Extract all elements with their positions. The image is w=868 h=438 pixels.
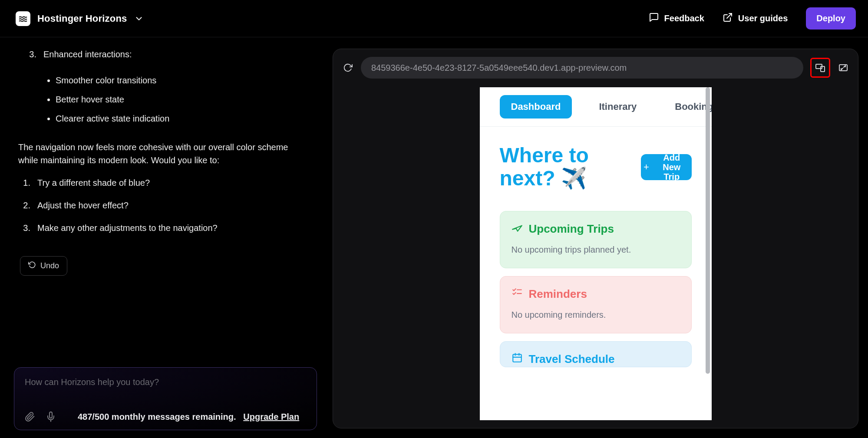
tab-itinerary[interactable]: Itinerary <box>587 95 648 119</box>
topbar-right: Feedback User guides Deploy <box>649 7 856 30</box>
add-trip-button[interactable]: + Add New Trip <box>641 154 691 180</box>
user-guides-button[interactable]: User guides <box>723 12 788 25</box>
tab-dashboard[interactable]: Dashboard <box>500 95 572 119</box>
chat-bubble-icon <box>649 12 659 25</box>
plus-icon: + <box>644 161 649 173</box>
card-header: Upcoming Trips <box>512 222 680 236</box>
card-header: Travel Schedule <box>512 352 680 366</box>
card-travel-schedule: Travel Schedule <box>500 341 692 367</box>
feedback-label: Feedback <box>664 13 704 23</box>
main: 3. Enhanced interactions: Smoother color… <box>0 37 868 438</box>
usage-count: 487/500 monthly messages remaining. <box>78 412 236 422</box>
upgrade-plan-link[interactable]: Upgrade Plan <box>243 412 299 422</box>
prompt-box: 487/500 monthly messages remaining. Upgr… <box>14 367 317 430</box>
undo-label: Undo <box>40 261 59 270</box>
app-tabs: Dashboard Itinerary Bookings <box>480 87 712 127</box>
preview-viewport: Dashboard Itinerary Bookings Where to ne… <box>342 87 849 420</box>
chevron-down-icon[interactable] <box>134 14 144 23</box>
list-number: 3. <box>24 48 39 61</box>
feedback-button[interactable]: Feedback <box>649 12 704 25</box>
address-url: 8459366e-4e50-4e23-8127-5a0549eee540.dev… <box>371 63 627 73</box>
usage-text: 487/500 monthly messages remaining. Upgr… <box>78 412 299 422</box>
prompt-input[interactable] <box>25 377 306 387</box>
bullet-item: Clearer active state indication <box>56 112 309 125</box>
card-upcoming-trips: Upcoming Trips No upcoming trips planned… <box>500 211 692 268</box>
add-trip-label: Add New Trip <box>654 154 689 180</box>
attachment-icon[interactable] <box>25 412 35 422</box>
calendar-icon <box>512 352 523 366</box>
checklist-icon <box>512 287 523 301</box>
undo-button[interactable]: Undo <box>20 256 67 276</box>
topbar: Hostinger Horizons Feedback User guides … <box>0 0 868 37</box>
microphone-icon[interactable] <box>46 412 56 422</box>
airplane-icon <box>512 222 523 236</box>
reload-button[interactable] <box>342 62 354 74</box>
list-number: 2. <box>18 199 33 212</box>
question-list: 1. Try a different shade of blue? 2. Adj… <box>18 176 309 234</box>
list-text: Try a different shade of blue? <box>37 176 150 189</box>
list-item: 3. Enhanced interactions: <box>24 48 309 61</box>
chat-paragraph: The navigation now feels more cohesive w… <box>18 141 309 167</box>
list-item: 2. Adjust the hover effect? <box>18 199 309 212</box>
device-toggle-button[interactable] <box>810 58 830 78</box>
address-bar[interactable]: 8459366e-4e50-4e23-8127-5a0549eee540.dev… <box>361 57 803 79</box>
card-reminders: Reminders No upcoming reminders. <box>500 276 692 333</box>
card-body: No upcoming trips planned yet. <box>512 245 680 255</box>
card-header: Reminders <box>512 287 680 301</box>
bullet-item: Smoother color transitions <box>56 74 309 87</box>
chat-content: 3. Enhanced interactions: Smoother color… <box>14 48 309 276</box>
svg-rect-4 <box>839 65 847 71</box>
svg-line-0 <box>727 13 732 18</box>
phone-frame[interactable]: Dashboard Itinerary Bookings Where to ne… <box>480 87 712 420</box>
list-item: 3. Make any other adjustments to the nav… <box>18 221 309 234</box>
list-text: Make any other adjustments to the naviga… <box>37 221 218 234</box>
card-title: Reminders <box>529 287 587 301</box>
preview-shell: 8459366e-4e50-4e23-8127-5a0549eee540.dev… <box>333 49 858 428</box>
undo-icon <box>28 261 36 271</box>
preview-toolbar: 8459366e-4e50-4e23-8127-5a0549eee540.dev… <box>342 57 849 79</box>
prompt-toolbar: 487/500 monthly messages remaining. Upgr… <box>25 412 306 422</box>
user-guides-label: User guides <box>738 13 788 23</box>
hero-title: Where to next? ✈️ <box>500 144 641 190</box>
brand[interactable]: Hostinger Horizons <box>16 11 144 26</box>
deploy-button[interactable]: Deploy <box>806 7 856 30</box>
bullet-list: Smoother color transitions Better hover … <box>56 74 309 125</box>
card-title: Travel Schedule <box>529 352 615 366</box>
chat-panel: 3. Enhanced interactions: Smoother color… <box>0 37 325 438</box>
tab-bookings[interactable]: Bookings <box>663 95 711 119</box>
external-link-icon <box>723 12 733 25</box>
svg-rect-9 <box>513 354 521 362</box>
preview-panel: 8459366e-4e50-4e23-8127-5a0549eee540.dev… <box>325 37 868 438</box>
list-text: Enhanced interactions: <box>43 48 132 61</box>
brand-name: Hostinger Horizons <box>37 13 127 24</box>
hero: Where to next? ✈️ + Add New Trip <box>480 127 712 203</box>
bullet-item: Better hover state <box>56 93 309 106</box>
card-title: Upcoming Trips <box>529 222 614 236</box>
brand-logo-icon <box>16 11 30 26</box>
scrollbar[interactable] <box>706 87 710 374</box>
list-item: 1. Try a different shade of blue? <box>18 176 309 189</box>
expand-button[interactable] <box>837 62 849 74</box>
list-number: 1. <box>18 176 33 189</box>
list-number: 3. <box>18 221 33 234</box>
card-body: No upcoming reminders. <box>512 310 680 320</box>
list-text: Adjust the hover effect? <box>37 199 129 212</box>
chat-scroll[interactable]: 3. Enhanced interactions: Smoother color… <box>14 48 317 358</box>
